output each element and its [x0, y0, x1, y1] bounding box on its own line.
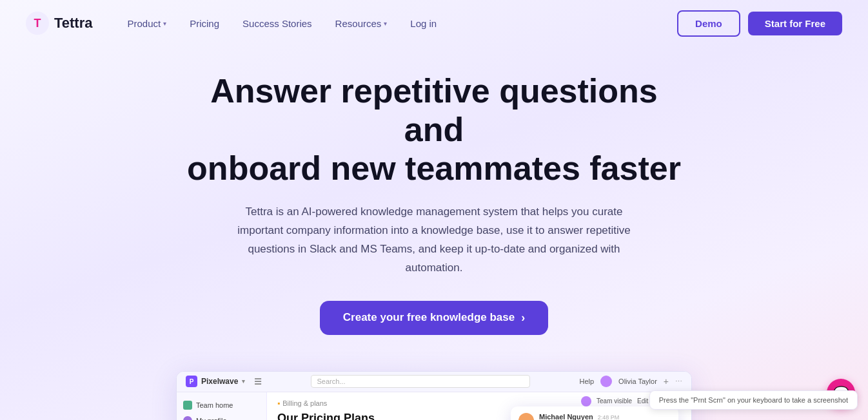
logo-icon: T: [26, 12, 49, 35]
chat-message-1: Michael Nguyen 2:48 PM Is SSO included o…: [518, 413, 671, 420]
settings-icon: ⋯: [675, 377, 682, 386]
nav-login[interactable]: Log in: [401, 13, 446, 34]
window-right-controls: Help Olivia Taylor + ⋯: [579, 376, 682, 387]
nav-resources[interactable]: Resources ▾: [326, 13, 397, 34]
toast-notification: Press the "Prnt Scrn" on your keyboard t…: [649, 390, 858, 410]
user-avatar-small: [581, 396, 591, 406]
nav-pricing[interactable]: Pricing: [181, 13, 228, 34]
nav-success-stories[interactable]: Success Stories: [233, 13, 321, 34]
cta-button[interactable]: Create your free knowledge base ›: [320, 301, 548, 335]
nav-product[interactable]: Product ▾: [119, 13, 176, 34]
arrow-icon: ›: [521, 311, 525, 325]
window-topbar: P Pixelwave ▾ ☰ Search... Help Olivia Ta…: [177, 372, 691, 392]
preview-window: P Pixelwave ▾ ☰ Search... Help Olivia Ta…: [176, 371, 692, 420]
breadcrumb-icon: ▪: [277, 399, 280, 408]
window-main: Team visible Edit Share ⋮ ▪ Billing & pl…: [267, 392, 691, 420]
hero-section: Answer repetitive questions and onboard …: [0, 46, 868, 348]
team-visible-button[interactable]: Team visible: [597, 397, 632, 405]
window-body: Team home My profile Answers 4 Automatio…: [177, 392, 691, 420]
window-logo: P Pixelwave ▾ ☰: [186, 376, 262, 387]
chevron-down-icon: ▾: [163, 20, 166, 27]
svg-text:T: T: [34, 17, 41, 30]
workspace-icon: P: [186, 376, 197, 387]
user-avatar: [600, 376, 612, 387]
window-sidebar: Team home My profile Answers 4 Automatio…: [177, 392, 267, 420]
chat-avatar-michael: [518, 413, 534, 420]
chevron-down-icon: ▾: [384, 20, 387, 27]
chat-name: Michael Nguyen: [539, 413, 593, 420]
brand-name: Tettra: [54, 15, 93, 32]
start-free-button[interactable]: Start for Free: [748, 12, 842, 35]
sidebar-item-my-profile[interactable]: My profile: [177, 413, 266, 420]
window-search[interactable]: Search...: [311, 375, 530, 388]
chat-time: 2:48 PM: [598, 414, 620, 420]
hero-headline: Answer repetitive questions and onboard …: [182, 72, 686, 187]
demo-button[interactable]: Demo: [677, 10, 740, 37]
profile-icon: [183, 416, 192, 420]
nav-links: Product ▾ Pricing Success Stories Resour…: [119, 13, 678, 34]
hamburger-icon: ☰: [254, 377, 262, 387]
chevron-down-icon: ▾: [242, 378, 245, 385]
plus-icon[interactable]: +: [664, 376, 669, 387]
edit-button[interactable]: Edit: [637, 397, 648, 405]
home-icon: [183, 401, 192, 410]
logo[interactable]: T Tettra: [26, 12, 93, 35]
navbar: T Tettra Product ▾ Pricing Success Stori…: [0, 0, 868, 46]
nav-cta-area: Demo Start for Free: [677, 10, 842, 37]
hero-description: Tettra is an AI-powered knowledge manage…: [234, 203, 634, 278]
sidebar-item-team-home[interactable]: Team home: [177, 397, 266, 413]
